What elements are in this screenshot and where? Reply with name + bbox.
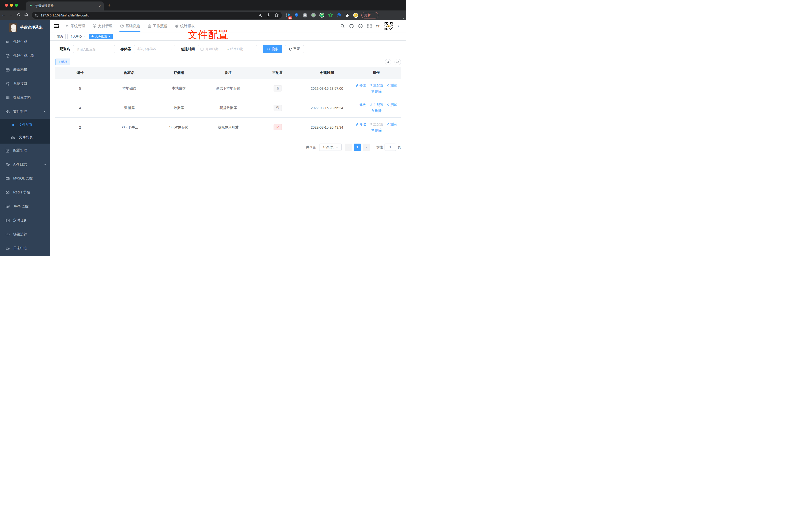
- nav-item-payment[interactable]: 支付管理: [92, 20, 113, 32]
- tag-home[interactable]: 首页: [55, 34, 66, 39]
- master-action[interactable]: 主配置: [369, 122, 383, 127]
- bookmark-star-icon[interactable]: [274, 13, 279, 18]
- date-range-picker[interactable]: 开始日期 - 结束日期: [198, 45, 257, 53]
- macos-window-controls[interactable]: [5, 4, 18, 7]
- sidebar-item-redis-monitor[interactable]: Redis 监控: [0, 185, 50, 200]
- end-date-placeholder[interactable]: 结束日期: [230, 47, 255, 51]
- chrome-caret-icon[interactable]: ▼: [403, 17, 405, 20]
- avatar-caret-icon[interactable]: ▼: [397, 25, 400, 27]
- edit-action[interactable]: 修改: [356, 103, 366, 107]
- extension-emoji-icon[interactable]: [353, 13, 358, 18]
- sidebar-item-config-management[interactable]: 配置管理: [0, 144, 50, 157]
- sidebar-item-trace[interactable]: 链路追踪: [0, 227, 50, 241]
- edit-action[interactable]: 修改: [356, 122, 366, 127]
- extension-collections-icon[interactable]: 11: [285, 13, 291, 18]
- sidebar-item-java-monitor[interactable]: Java 监控: [0, 200, 50, 213]
- sidebar-item-label: 代码生成示例: [13, 54, 34, 58]
- active-dot: [91, 35, 93, 37]
- tag-profile[interactable]: 个人中心×: [67, 34, 87, 39]
- browser-update-button[interactable]: 更新 ⋮: [361, 12, 378, 19]
- search-icon[interactable]: [340, 24, 345, 28]
- extension-command-icon[interactable]: ⌘: [302, 13, 308, 18]
- delete-action[interactable]: 删除: [371, 89, 382, 94]
- url-bar[interactable]: 127.0.0.1:1024/infra/file/file-config: [32, 12, 282, 19]
- master-action[interactable]: 主配置: [369, 103, 383, 107]
- browser-tab[interactable]: 芋道管理系统 ×: [26, 1, 104, 10]
- start-date-placeholder[interactable]: 开始日期: [205, 47, 226, 51]
- storage-select[interactable]: 请选择存储器 ⌄: [134, 45, 175, 53]
- sidebar-item-code-demo[interactable]: 代码生成示例: [0, 49, 50, 63]
- next-page-button[interactable]: ›: [362, 144, 370, 151]
- maximize-window-button[interactable]: [15, 4, 18, 7]
- sidebar-item-file-management[interactable]: 文件管理: [0, 105, 50, 119]
- sidebar-item-label: API 日志: [13, 162, 27, 167]
- back-icon[interactable]: ←: [0, 13, 7, 18]
- url-text[interactable]: 127.0.0.1:1024/infra/file/file-config: [41, 13, 256, 17]
- edit-square-icon: [5, 149, 10, 153]
- minimize-window-button[interactable]: [10, 4, 13, 7]
- site-info-icon[interactable]: [35, 13, 39, 17]
- tag-file-config[interactable]: 文件配置×: [89, 34, 113, 39]
- master-action[interactable]: 主配置: [369, 83, 383, 88]
- extension-grey-circle-icon[interactable]: [311, 13, 316, 18]
- extension-eye-icon[interactable]: [336, 13, 341, 18]
- page-size-select[interactable]: 10条/页 ⌄: [319, 144, 342, 151]
- chevron-down-icon: ⌄: [171, 48, 173, 51]
- sidebar-item-log-center[interactable]: 日志中心: [0, 241, 50, 255]
- test-action[interactable]: 测试: [386, 83, 397, 88]
- sidebar-item-cron-job[interactable]: 定时任务: [0, 213, 50, 227]
- browser-menu-dots-icon[interactable]: ⋮: [373, 15, 376, 16]
- github-icon[interactable]: [349, 24, 354, 28]
- extension-puzzle-icon[interactable]: [345, 13, 350, 18]
- config-name-input[interactable]: [73, 45, 115, 53]
- reload-icon[interactable]: [15, 13, 23, 18]
- add-button[interactable]: + 新增: [55, 59, 70, 65]
- search-button-label: 搜索: [271, 47, 278, 51]
- sidebar-logo[interactable]: 芋道管理系统: [0, 20, 50, 35]
- code-icon: [5, 40, 10, 44]
- tag-label: 个人中心: [70, 34, 82, 39]
- sidebar-item-file-list[interactable]: 文件列表: [0, 131, 50, 144]
- close-window-button[interactable]: [5, 4, 8, 7]
- sidebar-item-code-gen[interactable]: 代码生成: [0, 35, 50, 49]
- share-icon[interactable]: [266, 13, 270, 18]
- help-icon[interactable]: [358, 24, 363, 28]
- avatar-qr[interactable]: [384, 22, 393, 31]
- eye-icon: [5, 232, 10, 237]
- sidebar-item-file-config[interactable]: 文件配置: [0, 119, 50, 131]
- test-action[interactable]: 测试: [386, 122, 397, 127]
- forward-icon[interactable]: →: [7, 13, 15, 18]
- tag-close-icon[interactable]: ×: [109, 35, 110, 38]
- table-search-toggle-button[interactable]: [385, 59, 391, 65]
- nav-item-infrastructure[interactable]: 基础设施: [120, 20, 140, 32]
- font-size-icon[interactable]: TT: [376, 24, 380, 28]
- home-icon[interactable]: [23, 13, 30, 18]
- reset-button[interactable]: 重置: [285, 45, 304, 53]
- extension-y-icon[interactable]: Y: [319, 13, 324, 18]
- collapse-sidebar-icon[interactable]: [54, 24, 59, 28]
- sidebar-item-system-api[interactable]: 系统接口: [0, 77, 50, 91]
- password-key-icon[interactable]: [258, 13, 263, 18]
- edit-action[interactable]: 修改: [356, 83, 366, 88]
- table-refresh-button[interactable]: [395, 59, 401, 65]
- fullscreen-icon[interactable]: [367, 24, 372, 28]
- nav-item-workflow[interactable]: 工作流程: [147, 20, 167, 32]
- sidebar-item-mysql-monitor[interactable]: MySQL 监控: [0, 172, 50, 185]
- sidebar-item-label: 系统接口: [13, 82, 27, 86]
- delete-action[interactable]: 删除: [371, 128, 382, 132]
- sidebar-item-api-log[interactable]: API 日志: [0, 157, 50, 172]
- extension-balloon-icon[interactable]: [294, 13, 299, 18]
- sidebar-item-form-builder[interactable]: 表单构建: [0, 63, 50, 77]
- new-tab-button[interactable]: +: [108, 2, 111, 8]
- prev-page-button[interactable]: ‹: [345, 144, 352, 151]
- nav-item-system[interactable]: 系统管理: [65, 20, 85, 32]
- search-button[interactable]: 搜索: [263, 45, 282, 53]
- delete-action[interactable]: 删除: [371, 109, 382, 113]
- extension-star-icon[interactable]: [328, 13, 333, 18]
- test-action[interactable]: 测试: [386, 103, 397, 107]
- tab-close-icon[interactable]: ×: [98, 4, 101, 8]
- tag-close-icon[interactable]: ×: [83, 35, 85, 38]
- goto-page-input[interactable]: [384, 144, 396, 151]
- page-1-button[interactable]: 1: [354, 144, 361, 151]
- sidebar-item-db-doc[interactable]: 数据库文档: [0, 91, 50, 105]
